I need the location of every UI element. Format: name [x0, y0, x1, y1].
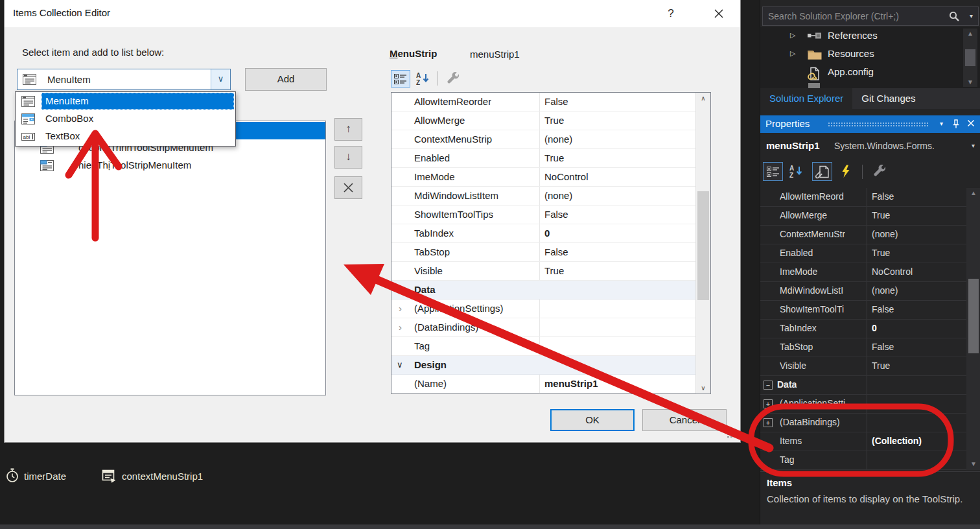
move-up-button[interactable]: ↑ [334, 118, 362, 141]
scroll-up-icon[interactable]: ▲ [966, 189, 980, 196]
property-value[interactable]: True [872, 210, 890, 220]
property-value[interactable]: NoControl [872, 266, 913, 277]
property-value[interactable]: True [872, 248, 890, 258]
property-value[interactable]: (none) [872, 229, 898, 239]
scroll-down-icon[interactable]: ▼ [966, 460, 980, 467]
property-value[interactable]: True [544, 152, 564, 163]
property-row-enabled[interactable]: EnabledTrue [391, 149, 695, 168]
collapse-box-icon[interactable]: − [764, 381, 773, 390]
tree-item-resources[interactable]: ▷Resources [760, 45, 980, 64]
property-row-allowmerge[interactable]: AllowMergeTrue [760, 207, 966, 226]
property-grid-scrollbar[interactable]: ∧ ∨ [695, 93, 710, 394]
tray-component-timerdate[interactable]: timerDate [5, 467, 66, 485]
property-row-tag[interactable]: Tag [391, 337, 695, 356]
property-row-tabindex[interactable]: TabIndex0 [391, 224, 695, 243]
expander-icon[interactable]: ▷ [790, 49, 799, 58]
tree-scrollbar[interactable]: ▲ ▼ [963, 29, 977, 87]
scroll-down-icon[interactable]: ∨ [696, 384, 710, 392]
property-row-visible[interactable]: VisibleTrue [391, 262, 695, 281]
expander-icon[interactable]: ▷ [790, 31, 799, 40]
property-row-imemode[interactable]: ImeModeNoControl [760, 263, 966, 282]
property-row-data[interactable]: −Data [760, 376, 966, 395]
dialog-titlebar[interactable]: Items Collection Editor ? [5, 0, 740, 27]
property-value[interactable]: False [544, 246, 568, 257]
property-value[interactable]: True [544, 115, 564, 126]
property-row-items[interactable]: Items(Collection) [760, 432, 966, 451]
item-type-combobox[interactable]: MenuItem ∨ [17, 69, 231, 90]
ok-button[interactable]: OK [550, 409, 635, 431]
property-row-showitemtoolti[interactable]: ShowItemToolTiFalse [760, 301, 966, 320]
scroll-up-icon[interactable]: ∧ [696, 95, 710, 102]
property-value[interactable]: True [872, 360, 890, 371]
property-row-showitemtooltips[interactable]: ShowItemToolTipsFalse [391, 206, 695, 224]
add-button[interactable]: Add [245, 68, 327, 91]
property-pages-icon[interactable] [870, 162, 890, 181]
property-value[interactable]: (none) [872, 285, 898, 296]
property-row-allowitemreorder[interactable]: AllowItemReorderFalse [391, 93, 695, 112]
expand-box-icon[interactable]: + [764, 418, 773, 427]
property-value[interactable]: False [872, 191, 894, 202]
item-type-dropdown-list[interactable]: MenuItemComboBoxablTextBox [15, 91, 236, 147]
events-lightning-icon[interactable] [837, 162, 858, 181]
properties-grid-scrollbar[interactable]: ▲ ▼ [966, 188, 980, 470]
tray-component-contextmenustrip1[interactable]: contextMenuStrip1 [101, 467, 203, 485]
property-row-data[interactable]: Data [391, 281, 695, 300]
pin-icon[interactable] [951, 119, 961, 129]
properties-page-icon[interactable] [812, 162, 832, 181]
expand-box-icon[interactable]: + [764, 399, 773, 408]
chevron-right-icon[interactable]: › [399, 322, 402, 333]
list-item[interactable]: hienThịToolStripMenuItem [15, 157, 325, 174]
tab-git-changes[interactable]: Git Changes [852, 88, 924, 109]
dropdown-option-menuitem[interactable]: MenuItem [16, 93, 235, 110]
combobox-dropdown-button[interactable]: ∨ [211, 69, 230, 89]
property-value[interactable]: (Collection) [872, 436, 922, 446]
help-button[interactable]: ? [661, 5, 681, 22]
property-value[interactable]: (none) [544, 134, 572, 145]
close-button[interactable] [708, 5, 730, 22]
chevron-down-icon[interactable]: ▾ [972, 142, 975, 149]
property-row-contextmenustrip[interactable]: ContextMenuStrip(none) [391, 130, 695, 149]
property-row-imemode[interactable]: ImeModeNoControl [391, 168, 695, 187]
property-value[interactable]: False [544, 96, 568, 107]
properties-panel-header[interactable]: Properties ▾ [760, 115, 980, 133]
property-value[interactable]: False [872, 304, 894, 314]
scroll-down-icon[interactable]: ▼ [963, 78, 977, 86]
property-value[interactable]: (none) [544, 190, 572, 201]
alphabetical-sort-icon[interactable]: AZ [414, 70, 434, 88]
remove-button[interactable] [334, 176, 362, 199]
window-menu-caret-icon[interactable]: ▾ [940, 120, 943, 127]
property-row-tabindex[interactable]: TabIndex0 [760, 320, 966, 338]
search-options-caret-icon[interactable]: ▾ [970, 12, 973, 19]
dropdown-option-textbox[interactable]: ablTextBox [16, 128, 235, 145]
cancel-button[interactable]: Cancel [642, 409, 727, 431]
property-row--applicationsettings-[interactable]: ›(ApplicationSettings) [391, 300, 695, 318]
scrollbar-thumb[interactable] [965, 49, 975, 66]
property-row--applicationsetti[interactable]: +(ApplicationSetti [760, 395, 966, 414]
property-value[interactable]: True [544, 265, 564, 276]
property-value[interactable]: False [872, 342, 894, 352]
property-row-mdiwindowlistitem[interactable]: MdiWindowListItem(none) [391, 187, 695, 206]
categorized-icon[interactable] [763, 162, 783, 181]
scrollbar-thumb[interactable] [968, 279, 979, 353]
object-selector[interactable]: menuStrip1 System.Windows.Forms. ▾ [760, 133, 980, 159]
categorized-icon[interactable] [391, 70, 410, 88]
property-row-allowitemreord[interactable]: AllowItemReordFalse [760, 188, 966, 207]
property-row-mdiwindowlisti[interactable]: MdiWindowListI(none) [760, 282, 966, 301]
dropdown-option-combobox[interactable]: ComboBox [16, 110, 235, 128]
alphabetical-sort-icon[interactable]: AZ [787, 162, 807, 181]
search-input[interactable]: Search Solution Explorer (Ctrl+;) ▾ [762, 6, 979, 26]
tree-item-app-config[interactable]: App.config [760, 64, 980, 82]
chevron-down-icon[interactable]: ∨ [397, 360, 403, 370]
items-listbox[interactable]: chuongTrinhToolStripMenuItemhienThịToolS… [14, 121, 326, 395]
property-value[interactable]: 0 [872, 323, 877, 333]
property-pages-icon[interactable] [444, 70, 463, 88]
tab-solution-explorer[interactable]: Solution Explorer [760, 88, 852, 109]
property-value[interactable]: 0 [544, 228, 550, 239]
property-row-tabstop[interactable]: TabStopFalse [760, 338, 966, 357]
property-value[interactable]: NoControl [544, 171, 589, 182]
property-row--databindings-[interactable]: ›(DataBindings) [391, 318, 695, 337]
property-row-enabled[interactable]: EnabledTrue [760, 244, 966, 263]
property-value[interactable]: menuStrip1 [544, 378, 598, 389]
move-down-button[interactable]: ↓ [334, 146, 362, 169]
property-row-design[interactable]: ∨Design [391, 356, 695, 375]
